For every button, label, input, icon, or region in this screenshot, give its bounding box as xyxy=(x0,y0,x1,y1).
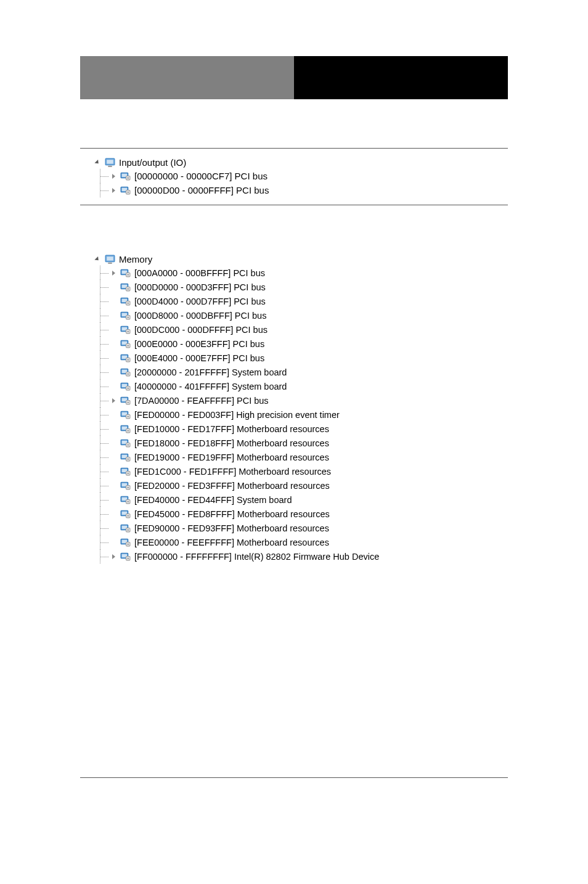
header-left xyxy=(80,56,294,99)
io-root-node[interactable]: Input/output (IO) xyxy=(95,156,508,169)
svg-point-81 xyxy=(127,501,129,502)
tree-item[interactable]: [40000000 - 401FFFFF] System board xyxy=(95,379,508,393)
device-icon xyxy=(120,466,131,477)
tree-item[interactable]: [7DA00000 - FEAFFFFF] PCI bus xyxy=(95,393,508,407)
tree-item[interactable]: [FED19000 - FED19FFF] Motherboard resour… xyxy=(95,450,508,464)
tree-item-label: [000A0000 - 000BFFFF] PCI bus xyxy=(134,268,265,278)
memory-root-node[interactable]: Memory xyxy=(95,253,508,266)
svg-rect-13 xyxy=(108,263,112,264)
svg-point-10 xyxy=(127,191,129,193)
chevron-right-icon[interactable] xyxy=(112,398,115,403)
svg-point-77 xyxy=(127,486,129,488)
device-icon xyxy=(120,409,131,420)
chevron-right-icon[interactable] xyxy=(112,554,115,559)
device-icon xyxy=(120,509,131,519)
device-icon xyxy=(120,338,131,349)
tree-item[interactable]: [FEE00000 - FEEFFFFF] Motherboard resour… xyxy=(95,535,508,549)
tree-item-label: [000DC000 - 000DFFFF] PCI bus xyxy=(134,325,267,335)
svg-point-57 xyxy=(127,415,129,417)
device-icon xyxy=(120,395,131,406)
tree-item-label: [FEE00000 - FEEFFFFF] Motherboard resour… xyxy=(134,538,329,547)
svg-point-61 xyxy=(127,430,129,432)
tree-item[interactable]: [FED45000 - FED8FFFF] Motherboard resour… xyxy=(95,507,508,521)
memory-section: Memory [000A0000 - 000BFFFF] PCI bus[000… xyxy=(80,253,508,563)
tree-item[interactable]: [FED00000 - FED003FF] High precision eve… xyxy=(95,407,508,422)
device-icon xyxy=(120,296,131,306)
tree-item-label: [FED20000 - FED3FFFF] Motherboard resour… xyxy=(134,481,330,491)
tree-item[interactable]: [FED10000 - FED17FFF] Motherboard resour… xyxy=(95,422,508,436)
svg-rect-12 xyxy=(107,256,113,260)
tree-item[interactable]: [000D8000 - 000DBFFF] PCI bus xyxy=(95,308,508,322)
tree-item-label: [20000000 - 201FFFFF] System board xyxy=(134,367,287,377)
computer-icon xyxy=(105,254,115,264)
svg-point-37 xyxy=(127,345,129,346)
chevron-right-icon[interactable] xyxy=(112,188,115,193)
tree-item-label: [FED40000 - FED44FFF] System board xyxy=(134,495,292,505)
tree-item-label: [FED10000 - FED17FFF] Motherboard resour… xyxy=(134,424,329,434)
svg-point-53 xyxy=(127,401,129,403)
tree-item[interactable]: [000D4000 - 000D7FFF] PCI bus xyxy=(95,294,508,308)
tree-item[interactable]: [FF000000 - FFFFFFFF] Intel(R) 82802 Fir… xyxy=(95,549,508,563)
tree-item[interactable]: [00000D00 - 0000FFFF] PCI bus xyxy=(95,183,508,197)
chevron-down-icon[interactable] xyxy=(94,256,100,262)
tree-item-label: [FED90000 - FED93FFF] Motherboard resour… xyxy=(134,523,329,533)
io-tree: Input/output (IO) [00000000 - 00000CF7] … xyxy=(80,156,508,197)
tree-item[interactable]: [000DC000 - 000DFFFF] PCI bus xyxy=(95,322,508,337)
chevron-right-icon[interactable] xyxy=(112,174,115,179)
svg-point-65 xyxy=(127,444,129,446)
tree-item-label: [7DA00000 - FEAFFFFF] PCI bus xyxy=(134,396,269,406)
svg-point-6 xyxy=(127,177,129,179)
device-icon xyxy=(120,424,131,434)
device-icon xyxy=(120,171,131,181)
svg-point-69 xyxy=(127,458,129,460)
chevron-down-icon[interactable] xyxy=(94,160,100,165)
tree-item-label: [000D8000 - 000DBFFF] PCI bus xyxy=(134,311,266,321)
svg-point-41 xyxy=(127,359,129,361)
device-icon xyxy=(120,353,131,363)
tree-item-label: [FED18000 - FED18FFF] Motherboard resour… xyxy=(134,438,329,448)
tree-item[interactable]: [FED1C000 - FED1FFFF] Motherboard resour… xyxy=(95,464,508,478)
tree-item[interactable]: [000D0000 - 000D3FFF] PCI bus xyxy=(95,280,508,294)
tree-item[interactable]: [000E0000 - 000E3FFF] PCI bus xyxy=(95,337,508,351)
tree-item-label: [000E4000 - 000E7FFF] PCI bus xyxy=(134,353,264,363)
device-icon xyxy=(120,367,131,377)
svg-point-17 xyxy=(127,274,129,276)
tree-item[interactable]: [FED40000 - FED44FFF] System board xyxy=(95,493,508,507)
computer-icon xyxy=(105,157,115,168)
device-icon xyxy=(120,282,131,292)
tree-item-label: [000D0000 - 000D3FFF] PCI bus xyxy=(134,282,266,292)
tree-item-label: [FED45000 - FED8FFFF] Motherboard resour… xyxy=(134,509,330,519)
tree-item[interactable]: [000A0000 - 000BFFFF] PCI bus xyxy=(95,266,508,280)
device-icon xyxy=(120,494,131,505)
tree-item-label: [FED1C000 - FED1FFFF] Motherboard resour… xyxy=(134,467,331,477)
tree-item[interactable]: [FED18000 - FED18FFF] Motherboard resour… xyxy=(95,436,508,450)
io-section: Input/output (IO) [00000000 - 00000CF7] … xyxy=(80,148,508,205)
svg-rect-1 xyxy=(107,160,113,163)
chevron-right-icon[interactable] xyxy=(112,271,115,276)
svg-point-29 xyxy=(127,316,129,318)
tree-item[interactable]: [00000000 - 00000CF7] PCI bus xyxy=(95,169,508,183)
device-icon xyxy=(120,268,131,278)
tree-item-label: [FED00000 - FED003FF] High precision eve… xyxy=(134,410,340,420)
tree-item[interactable]: [FED20000 - FED3FFFF] Motherboard resour… xyxy=(95,478,508,493)
header-right xyxy=(294,56,508,99)
svg-point-73 xyxy=(127,472,129,474)
tree-item-label: [000D4000 - 000D7FFF] PCI bus xyxy=(134,297,266,306)
device-icon xyxy=(120,310,131,321)
io-root-label: Input/output (IO) xyxy=(119,157,186,168)
tree-item[interactable]: [20000000 - 201FFFFF] System board xyxy=(95,365,508,379)
device-icon xyxy=(120,185,131,195)
tree-item-label: [00000D00 - 0000FFFF] PCI bus xyxy=(134,185,269,195)
svg-point-85 xyxy=(127,515,129,517)
device-icon xyxy=(120,452,131,462)
footer-divider xyxy=(80,777,508,778)
device-icon xyxy=(120,381,131,391)
svg-point-49 xyxy=(127,387,129,389)
tree-item[interactable]: [000E4000 - 000E7FFF] PCI bus xyxy=(95,351,508,365)
divider xyxy=(80,205,508,205)
svg-point-97 xyxy=(127,557,129,559)
tree-item[interactable]: [FED90000 - FED93FFF] Motherboard resour… xyxy=(95,521,508,535)
memory-tree: Memory [000A0000 - 000BFFFF] PCI bus[000… xyxy=(80,253,508,563)
tree-item-label: [40000000 - 401FFFFF] System board xyxy=(134,382,287,391)
svg-point-25 xyxy=(127,302,129,304)
